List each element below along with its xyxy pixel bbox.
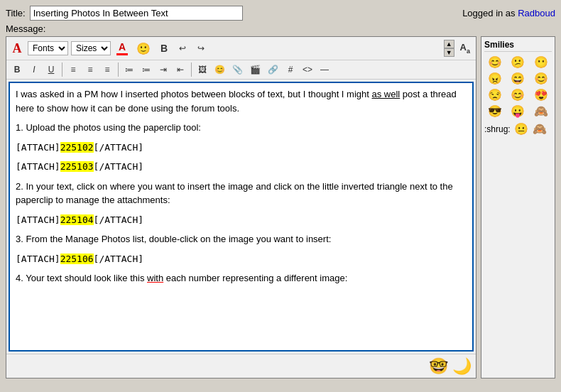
paragraph-4: 3. From the Manage Photos list, double-c… — [16, 232, 467, 246]
hr-btn[interactable]: — — [317, 62, 332, 77]
username-link[interactable]: Radboud — [518, 8, 555, 18]
smiley-1[interactable]: 😊 — [484, 55, 506, 70]
smiley-9[interactable]: 😍 — [530, 87, 552, 102]
fonts-select[interactable]: Fonts — [28, 41, 68, 55]
link-btn[interactable]: 🔗 — [265, 62, 281, 77]
content-area[interactable]: I was asked in a PM how I inserted photo… — [9, 82, 474, 352]
align-right-btn[interactable]: ≡ — [99, 62, 115, 77]
attach-3: [ATTACH]225104[/ATTACH] — [16, 213, 467, 227]
smiley-6[interactable]: 😊 — [530, 71, 552, 86]
toolbar-sep2 — [118, 62, 119, 77]
toolbar-row2: B I U ≡ ≡ ≡ ≔ ≔ ⇥ ⇤ 🖼 😊 📎 🎬 🔗 # <> — — [6, 60, 476, 80]
color-bar — [116, 53, 128, 55]
code-btn[interactable]: <> — [300, 62, 315, 77]
smiley-8[interactable]: 😊 — [507, 87, 528, 102]
font-icon-btn[interactable]: A — [9, 40, 25, 57]
editor-wrapper: A Fonts Sizes A 🙂 B ↩ ↪ ▲ ▼ Aa — [6, 36, 555, 379]
shrug-icon1[interactable]: 😐 — [513, 121, 529, 136]
image-btn[interactable]: 🖼 — [195, 62, 210, 77]
num-list-btn[interactable]: ≔ — [138, 62, 154, 77]
text-color-btn[interactable]: A — [114, 39, 131, 58]
smiley-tb-btn[interactable]: 😊 — [212, 62, 228, 77]
shrug-row: :shrug: 😐 🙈 — [484, 121, 552, 136]
attach-2: [ATTACH]225103[/ATTACH] — [16, 160, 467, 174]
italic-btn[interactable]: I — [26, 62, 42, 77]
attach-btn[interactable]: 📎 — [229, 62, 246, 77]
shrug-label: :shrug: — [484, 124, 511, 134]
title-label: Title: — [6, 8, 26, 18]
top-bar: Title: Logged in as Radboud — [6, 6, 555, 21]
editor-main: A Fonts Sizes A 🙂 B ↩ ↪ ▲ ▼ Aa — [6, 36, 476, 379]
logged-in-section: Logged in as Radboud — [462, 8, 555, 18]
attach-1: [ATTACH]225102[/ATTACH] — [16, 141, 467, 155]
paragraph-2: 1. Upload the photos using the paperclip… — [16, 121, 467, 135]
smilies-title: Smilies — [484, 40, 552, 52]
outdent-btn[interactable]: ⇤ — [173, 62, 188, 77]
paragraph-5: 4. Your text should look like this with … — [16, 271, 467, 285]
redo-btn[interactable]: ↪ — [193, 41, 209, 55]
emoji-btn[interactable]: 🙂 — [134, 40, 153, 58]
bold-btn[interactable]: B — [9, 62, 25, 77]
undo-btn[interactable]: ↩ — [175, 41, 190, 55]
bottom-smiley2[interactable]: 🌙 — [452, 357, 472, 376]
aa-btn[interactable]: Aa — [457, 40, 473, 57]
paragraph-1: I was asked in a PM how I inserted photo… — [16, 87, 467, 115]
smiley-11[interactable]: 😛 — [507, 104, 528, 119]
smiley-3[interactable]: 😶 — [530, 55, 552, 70]
message-label: Message: — [6, 23, 555, 34]
scroll-up-btn[interactable]: ▲ — [444, 40, 454, 48]
text-color-icon: A — [119, 41, 126, 53]
title-section: Title: — [6, 6, 243, 21]
toolbar-row1: A Fonts Sizes A 🙂 B ↩ ↪ ▲ ▼ Aa — [6, 37, 476, 60]
bullet-list-btn[interactable]: ≔ — [121, 62, 137, 77]
smiley-10[interactable]: 😎 — [484, 104, 506, 119]
sizes-select[interactable]: Sizes — [71, 41, 111, 55]
scroll-buttons: ▲ ▼ — [444, 40, 454, 57]
media-btn[interactable]: 🎬 — [247, 62, 263, 77]
align-left-btn[interactable]: ≡ — [65, 62, 81, 77]
hash-btn[interactable]: # — [283, 62, 298, 77]
smilies-grid: 😊 😕 😶 😠 😄 😊 😒 😊 😍 😎 😛 🙈 — [484, 55, 552, 119]
smiley-7[interactable]: 😒 — [484, 87, 506, 102]
smiley-12[interactable]: 🙈 — [530, 104, 552, 119]
font-icon: A — [13, 41, 22, 55]
aa-icon: Aa — [460, 42, 470, 53]
scroll-down-btn[interactable]: ▼ — [444, 48, 454, 57]
bottom-smiley1[interactable]: 🤓 — [429, 357, 448, 376]
indent-btn[interactable]: ⇥ — [156, 62, 171, 77]
toolbar-sep3 — [191, 62, 192, 77]
smiley-2[interactable]: 😕 — [507, 55, 528, 70]
attach-4: [ATTACH]225106[/ATTACH] — [16, 252, 467, 266]
title-input[interactable] — [30, 6, 243, 21]
paragraph-3: 2. In your text, click on where you want… — [16, 180, 467, 207]
toolbar-sep1 — [62, 62, 62, 77]
shrug-icon2[interactable]: 🙈 — [532, 121, 548, 136]
bottom-bar: 🤓 🌙 — [6, 354, 476, 378]
bold-font-btn[interactable]: B — [156, 40, 172, 56]
logged-in-text: Logged in as — [462, 8, 515, 18]
align-center-btn[interactable]: ≡ — [82, 62, 98, 77]
underline-btn[interactable]: U — [43, 62, 59, 77]
smiley-5[interactable]: 😄 — [507, 71, 528, 86]
smiley-4[interactable]: 😠 — [484, 71, 506, 86]
smilies-panel: Smilies 😊 😕 😶 😠 😄 😊 😒 😊 😍 😎 😛 🙈 :shrug: … — [481, 36, 555, 379]
